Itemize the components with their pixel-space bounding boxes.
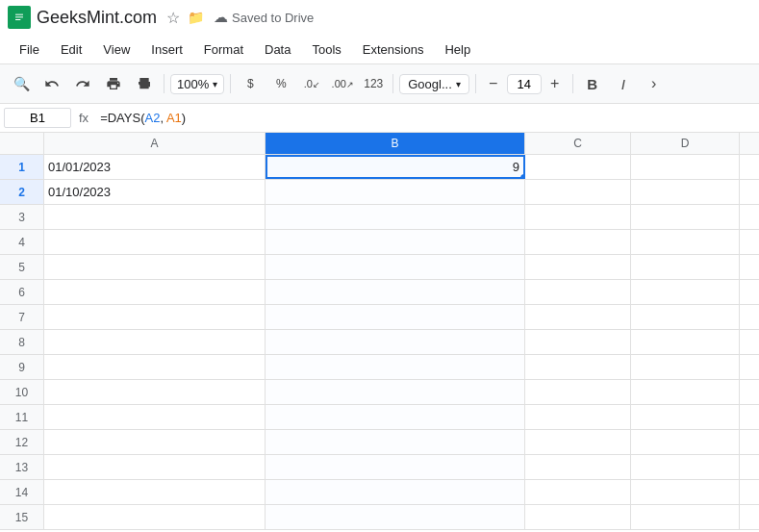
row-num-1[interactable]: 1: [0, 155, 44, 179]
menu-item-format[interactable]: Format: [194, 38, 253, 61]
cell-c1[interactable]: [525, 155, 631, 179]
cell-c6[interactable]: [525, 280, 631, 304]
paint-format-button[interactable]: [131, 70, 158, 97]
decimal-less-button[interactable]: .0↙: [298, 70, 325, 97]
row-num-5[interactable]: 5: [0, 255, 44, 279]
row-num-8[interactable]: 8: [0, 330, 44, 354]
cell-d12[interactable]: [631, 430, 740, 454]
search-button[interactable]: 🔍: [8, 70, 35, 97]
cell-a10[interactable]: [44, 380, 266, 404]
col-header-d[interactable]: D: [631, 133, 740, 154]
format-currency-button[interactable]: $: [237, 70, 264, 97]
redo-button[interactable]: [69, 70, 96, 97]
undo-button[interactable]: [38, 70, 65, 97]
italic-button[interactable]: I: [610, 70, 637, 97]
font-family-selector[interactable]: Googl... ▾: [399, 74, 469, 94]
cell-a1[interactable]: 01/01/2023: [44, 155, 266, 179]
cell-b14[interactable]: [266, 480, 525, 504]
cell-a12[interactable]: [44, 430, 266, 454]
cell-d14[interactable]: [631, 480, 740, 504]
cell-b2[interactable]: [266, 180, 525, 204]
cell-b5[interactable]: [266, 255, 525, 279]
cell-d7[interactable]: [631, 305, 740, 329]
star-icon[interactable]: ☆: [166, 9, 180, 27]
cell-b8[interactable]: [266, 330, 525, 354]
cell-a9[interactable]: [44, 355, 266, 379]
row-num-13[interactable]: 13: [0, 455, 44, 479]
cell-d6[interactable]: [631, 280, 740, 304]
cell-c3[interactable]: [525, 205, 631, 229]
row-num-15[interactable]: 15: [0, 505, 44, 529]
cell-a4[interactable]: [44, 230, 266, 254]
cell-b9[interactable]: [266, 355, 525, 379]
row-num-2[interactable]: 2: [0, 180, 44, 204]
zoom-selector[interactable]: 100% ▾: [170, 74, 224, 94]
font-size-input[interactable]: 14: [507, 74, 542, 94]
cell-c12[interactable]: [525, 430, 631, 454]
cell-a6[interactable]: [44, 280, 266, 304]
menu-item-extensions[interactable]: Extensions: [353, 38, 434, 61]
cell-a14[interactable]: [44, 480, 266, 504]
row-num-14[interactable]: 14: [0, 480, 44, 504]
cell-b3[interactable]: [266, 205, 525, 229]
cell-c9[interactable]: [525, 355, 631, 379]
row-num-12[interactable]: 12: [0, 430, 44, 454]
cell-d5[interactable]: [631, 255, 740, 279]
cell-d11[interactable]: [631, 405, 740, 429]
cell-a7[interactable]: [44, 305, 266, 329]
cell-a2[interactable]: 01/10/2023: [44, 180, 266, 204]
cell-b6[interactable]: [266, 280, 525, 304]
cell-c14[interactable]: [525, 480, 631, 504]
cell-a8[interactable]: [44, 330, 266, 354]
cell-c13[interactable]: [525, 455, 631, 479]
cell-a15[interactable]: [44, 505, 266, 529]
cell-b4[interactable]: [266, 230, 525, 254]
menu-item-edit[interactable]: Edit: [51, 38, 91, 61]
more-formatting-button[interactable]: ›: [641, 70, 668, 97]
cell-d9[interactable]: [631, 355, 740, 379]
cell-c7[interactable]: [525, 305, 631, 329]
cell-d8[interactable]: [631, 330, 740, 354]
cell-d1[interactable]: [631, 155, 740, 179]
cell-reference-input[interactable]: [4, 108, 71, 128]
cell-d15[interactable]: [631, 505, 740, 529]
bold-button[interactable]: B: [579, 70, 606, 97]
folder-icon[interactable]: 📁: [188, 10, 204, 25]
cell-a3[interactable]: [44, 205, 266, 229]
cell-b7[interactable]: [266, 305, 525, 329]
menu-item-view[interactable]: View: [93, 38, 139, 61]
row-num-3[interactable]: 3: [0, 205, 44, 229]
cell-c11[interactable]: [525, 405, 631, 429]
menu-item-insert[interactable]: Insert: [141, 38, 192, 61]
cell-c15[interactable]: [525, 505, 631, 529]
cell-c5[interactable]: [525, 255, 631, 279]
menu-item-data[interactable]: Data: [255, 38, 300, 61]
row-num-4[interactable]: 4: [0, 230, 44, 254]
formula-input[interactable]: =DAYS(A2, A1): [96, 109, 755, 127]
cell-d4[interactable]: [631, 230, 740, 254]
row-num-11[interactable]: 11: [0, 405, 44, 429]
font-size-increase-button[interactable]: +: [544, 72, 567, 95]
print-button[interactable]: [100, 70, 127, 97]
cell-b1[interactable]: 9: [266, 155, 525, 179]
cell-b11[interactable]: [266, 405, 525, 429]
col-header-a[interactable]: A: [44, 133, 266, 154]
cell-a11[interactable]: [44, 405, 266, 429]
cell-d13[interactable]: [631, 455, 740, 479]
cell-b15[interactable]: [266, 505, 525, 529]
cell-a5[interactable]: [44, 255, 266, 279]
more-formats-button[interactable]: 123: [360, 70, 387, 97]
cell-d2[interactable]: [631, 180, 740, 204]
menu-item-help[interactable]: Help: [435, 38, 480, 61]
cell-a13[interactable]: [44, 455, 266, 479]
decimal-more-button[interactable]: .00↗: [329, 70, 356, 97]
menu-item-file[interactable]: File: [10, 38, 49, 61]
menu-item-tools[interactable]: Tools: [302, 38, 350, 61]
cell-d10[interactable]: [631, 380, 740, 404]
row-num-7[interactable]: 7: [0, 305, 44, 329]
col-header-c[interactable]: C: [525, 133, 631, 154]
row-num-10[interactable]: 10: [0, 380, 44, 404]
row-num-9[interactable]: 9: [0, 355, 44, 379]
cell-c4[interactable]: [525, 230, 631, 254]
row-num-6[interactable]: 6: [0, 280, 44, 304]
